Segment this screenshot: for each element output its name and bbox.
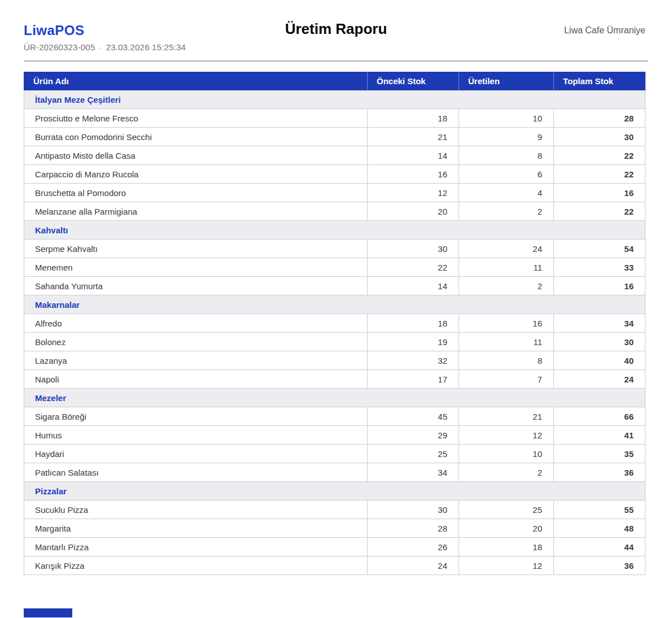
total-stock-value: 16 — [554, 277, 645, 295]
previous-stock-value: 21 — [368, 128, 459, 146]
previous-stock-value: 14 — [368, 277, 459, 295]
product-name: Humus — [24, 426, 368, 445]
previous-stock-value: 32 — [368, 351, 459, 370]
product-row: Mantarlı Pizza261844 — [24, 538, 645, 556]
header-divider — [24, 60, 648, 62]
previous-stock-value: 26 — [368, 538, 459, 556]
produced-value: 8 — [459, 146, 554, 165]
produced-value: 21 — [459, 407, 554, 426]
product-row: Bolonez191130 — [24, 333, 645, 351]
previous-stock-value: 45 — [368, 407, 459, 426]
produced-value: 10 — [459, 109, 554, 128]
product-row: Sahanda Yumurta14216 — [24, 277, 645, 295]
product-row: Margarita282048 — [24, 519, 645, 538]
table-body: İtalyan Meze ÇeşitleriProsciutto e Melon… — [24, 90, 645, 575]
previous-stock-value: 12 — [368, 184, 459, 202]
category-label: Kahvaltı — [24, 221, 645, 240]
previous-stock-value: 18 — [368, 109, 459, 128]
produced-value: 12 — [459, 426, 554, 445]
product-name: Patlıcan Salatası — [24, 463, 368, 482]
total-stock-value: 22 — [554, 146, 645, 165]
product-name: Bruschetta al Pomodoro — [24, 184, 368, 202]
product-name: Alfredo — [24, 314, 368, 333]
previous-stock-value: 30 — [368, 240, 459, 258]
produced-value: 4 — [459, 184, 554, 202]
category-row: Pizzalar — [24, 482, 645, 501]
product-row: Melanzane alla Parmigiana20222 — [24, 202, 645, 221]
total-stock-value: 28 — [554, 109, 645, 128]
produced-value: 16 — [459, 314, 554, 333]
produced-value: 7 — [459, 370, 554, 389]
produced-value: 2 — [459, 463, 554, 482]
total-stock-value: 40 — [554, 351, 645, 370]
previous-stock-value: 14 — [368, 146, 459, 165]
produced-value: 10 — [459, 445, 554, 463]
produced-value: 25 — [459, 501, 554, 519]
report-meta: ÜR-20260323-005·23.03.2026 15:25:34 — [24, 42, 186, 52]
product-row: Sucuklu Pizza302555 — [24, 501, 645, 519]
product-row: Carpaccio di Manzo Rucola16622 — [24, 165, 645, 184]
product-row: Prosciutto e Melone Fresco181028 — [24, 109, 645, 128]
column-header-previous-stock: Önceki Stok — [368, 72, 459, 90]
product-name: Antipasto Misto della Casa — [24, 146, 368, 165]
product-name: Mantarlı Pizza — [24, 538, 368, 556]
produced-value: 11 — [459, 333, 554, 351]
produced-value: 9 — [459, 128, 554, 146]
product-name: Sahanda Yumurta — [24, 277, 368, 295]
previous-stock-value: 24 — [368, 556, 459, 575]
previous-stock-value: 16 — [368, 165, 459, 184]
previous-stock-value: 18 — [368, 314, 459, 333]
product-row: Burrata con Pomodorini Secchi21930 — [24, 128, 645, 146]
column-header-produced: Üretilen — [459, 72, 554, 90]
category-label: Makarnalar — [24, 295, 645, 314]
total-stock-value: 35 — [554, 445, 645, 463]
product-name: Serpme Kahvaltı — [24, 240, 368, 258]
product-row: Bruschetta al Pomodoro12416 — [24, 184, 645, 202]
product-row: Lazanya32840 — [24, 351, 645, 370]
produced-value: 2 — [459, 202, 554, 221]
previous-stock-value: 28 — [368, 519, 459, 538]
total-stock-value: 22 — [554, 165, 645, 184]
report-page: LiwaPOS Üretim Raporu Liwa Cafe Ümraniye… — [0, 0, 672, 618]
produced-value: 8 — [459, 351, 554, 370]
product-row: Serpme Kahvaltı302454 — [24, 240, 645, 258]
total-stock-value: 55 — [554, 501, 645, 519]
product-row: Antipasto Misto della Casa14822 — [24, 146, 645, 165]
total-stock-value: 34 — [554, 314, 645, 333]
category-label: İtalyan Meze Çeşitleri — [24, 90, 645, 109]
meta-separator: · — [99, 42, 102, 52]
branch-name: Liwa Cafe Ümraniye — [564, 25, 645, 36]
total-stock-value: 48 — [554, 519, 645, 538]
category-row: Mezeler — [24, 389, 645, 407]
produced-value: 2 — [459, 277, 554, 295]
total-stock-value: 36 — [554, 556, 645, 575]
category-label: Pizzalar — [24, 482, 645, 501]
previous-stock-value: 20 — [368, 202, 459, 221]
product-name: Lazanya — [24, 351, 368, 370]
total-stock-value: 36 — [554, 463, 645, 482]
produced-value: 12 — [459, 556, 554, 575]
product-row: Napoli17724 — [24, 370, 645, 389]
total-stock-value: 30 — [554, 333, 645, 351]
previous-stock-value: 19 — [368, 333, 459, 351]
produced-value: 18 — [459, 538, 554, 556]
product-name: Sucuklu Pizza — [24, 501, 368, 519]
produced-value: 24 — [459, 240, 554, 258]
category-row: Makarnalar — [24, 295, 645, 314]
product-row: Karışık Pizza241236 — [24, 556, 645, 575]
product-name: Prosciutto e Melone Fresco — [24, 109, 368, 128]
previous-stock-value: 25 — [368, 445, 459, 463]
produced-value: 6 — [459, 165, 554, 184]
category-label: Mezeler — [24, 389, 645, 407]
product-name: Karışık Pizza — [24, 556, 368, 575]
column-header-product-name: Ürün Adı — [24, 72, 368, 90]
produced-value: 20 — [459, 519, 554, 538]
previous-stock-value: 17 — [368, 370, 459, 389]
product-row: Sigara Böreği452166 — [24, 407, 645, 426]
total-stock-value: 54 — [554, 240, 645, 258]
product-row: Humus291241 — [24, 426, 645, 445]
total-stock-value: 30 — [554, 128, 645, 146]
product-name: Haydari — [24, 445, 368, 463]
produced-value: 11 — [459, 258, 554, 277]
header-row: Ürün Adı Önceki Stok Üretilen Toplam Sto… — [24, 72, 645, 90]
